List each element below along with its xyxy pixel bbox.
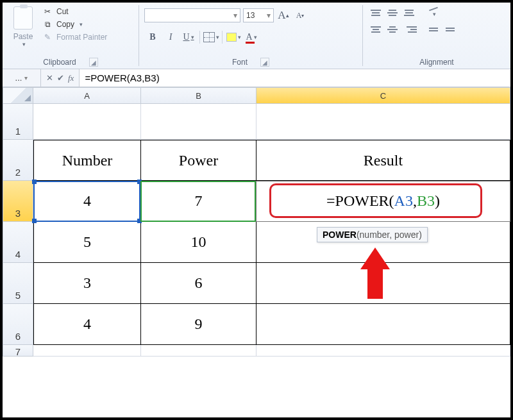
group-alignment: ▾ Alignment — [363, 3, 510, 69]
borders-icon — [203, 32, 215, 42]
cell-A4[interactable]: 5 — [33, 222, 141, 263]
formula-ref-a3: A3 — [394, 192, 413, 209]
column-header-A[interactable]: A — [33, 87, 141, 104]
shrink-font-button[interactable]: A▾ — [293, 8, 307, 22]
align-left-button[interactable] — [368, 23, 383, 36]
separator — [222, 31, 223, 44]
cell-C7[interactable] — [256, 345, 510, 357]
formula-ref-b3: B3 — [417, 192, 435, 209]
font-color-icon: A — [246, 32, 252, 42]
chevron-down-icon: ▾ — [22, 41, 26, 47]
cancel-button[interactable]: ✕ — [46, 73, 53, 83]
italic-button[interactable]: I — [162, 29, 179, 45]
tooltip-fn-name: POWER — [323, 230, 357, 240]
align-bottom-button[interactable] — [401, 6, 417, 19]
chevron-down-icon: ▾ — [24, 74, 28, 81]
cut-button[interactable]: ✂ Cut — [42, 6, 107, 17]
row-header-5[interactable]: 5 — [3, 263, 33, 304]
row-header-7[interactable]: 7 — [3, 345, 33, 357]
cell-C5[interactable] — [256, 263, 510, 304]
tooltip-fn-sig: (number, power) — [357, 230, 422, 240]
row-header-2[interactable]: 2 — [3, 140, 33, 181]
separator — [199, 31, 200, 44]
group-label-font: Font — [232, 58, 248, 67]
align-middle-button[interactable] — [385, 6, 400, 19]
row-5: 5 3 6 — [3, 263, 510, 304]
fx-button[interactable]: fx — [68, 73, 74, 83]
format-painter-button[interactable]: ✎ Format Painter — [42, 32, 107, 42]
copy-icon: ⧉ — [42, 19, 53, 29]
group-label-clipboard: Clipboard — [43, 58, 76, 67]
row-header-4[interactable]: 4 — [3, 222, 33, 263]
row-2: 2 Number Power Result — [3, 140, 510, 181]
cell-C3[interactable]: =POWER(A3,B3) — [256, 181, 510, 222]
cell-B3[interactable]: 7 — [141, 181, 256, 222]
align-center-button[interactable] — [385, 23, 400, 36]
formula-bar: ... ▾ ✕ ✔ fx =POWER(A3,B3) — [3, 69, 510, 87]
dialog-launcher-clipboard[interactable]: ◢ — [89, 58, 98, 67]
group-label-alignment: Alignment — [419, 58, 453, 67]
underline-button[interactable]: U▾ — [180, 29, 197, 45]
cell-A2[interactable]: Number — [33, 140, 141, 181]
cell-B6[interactable]: 9 — [141, 304, 256, 345]
font-color-button[interactable]: A▾ — [243, 29, 260, 45]
bold-button[interactable]: B — [144, 29, 161, 45]
align-right-button[interactable] — [401, 23, 417, 36]
cell-B4[interactable]: 10 — [141, 222, 256, 263]
row-4: 4 5 10 — [3, 222, 510, 263]
cell-B5[interactable]: 6 — [141, 263, 256, 304]
function-tooltip: POWER(number, power) — [317, 227, 428, 242]
column-headers: A B C — [3, 87, 510, 104]
borders-button[interactable]: ▾ — [203, 29, 219, 45]
row-1: 1 — [3, 104, 510, 140]
font-size-value: 13 — [246, 11, 255, 20]
paste-button[interactable]: Paste ▾ — [8, 4, 38, 47]
cell-C2[interactable]: Result — [256, 140, 510, 181]
cell-A7[interactable] — [33, 345, 141, 357]
grow-font-button[interactable]: A▴ — [276, 8, 290, 22]
paste-label: Paste — [13, 32, 33, 41]
cell-C1[interactable] — [256, 104, 510, 140]
underline-label: U — [183, 32, 189, 42]
cell-A1[interactable] — [33, 104, 141, 140]
column-header-C[interactable]: C — [256, 87, 510, 104]
increase-indent-button[interactable] — [442, 23, 458, 36]
row-6: 6 4 9 — [3, 304, 510, 345]
grow-font-icon: A — [278, 9, 285, 22]
row-header-1[interactable]: 1 — [3, 104, 33, 140]
cell-C3-formula: =POWER(A3,B3) — [326, 192, 440, 210]
ribbon: Paste ▾ ✂ Cut ⧉ Copy ▾ ✎ Format Painter — [3, 3, 510, 69]
cell-B2[interactable]: Power — [141, 140, 256, 181]
column-header-B[interactable]: B — [141, 87, 256, 104]
cell-B7[interactable] — [141, 345, 256, 357]
formula-input-value: =POWER(A3,B3) — [85, 72, 159, 83]
cell-A5[interactable]: 3 — [33, 263, 141, 304]
shrink-font-icon: A — [296, 11, 302, 21]
decrease-indent-button[interactable] — [426, 23, 441, 36]
select-all-corner[interactable] — [3, 87, 33, 104]
fill-color-button[interactable]: ▾ — [225, 29, 242, 45]
cell-A3[interactable]: 4 — [33, 181, 141, 222]
row-header-3[interactable]: 3 — [3, 181, 33, 222]
align-top-button[interactable] — [368, 6, 383, 19]
cell-B1[interactable] — [141, 104, 256, 140]
group-font: ▾ 13▾ A▴ A▾ B I U▾ ▾ ▾ — [139, 3, 362, 69]
cut-label: Cut — [56, 7, 69, 16]
font-size-combo[interactable]: 13▾ — [243, 8, 274, 22]
enter-button[interactable]: ✔ — [57, 73, 64, 83]
formula-part: =POWER( — [326, 192, 394, 209]
formula-part: ) — [435, 192, 440, 209]
row-header-6[interactable]: 6 — [3, 304, 33, 345]
group-clipboard: Paste ▾ ✂ Cut ⧉ Copy ▾ ✎ Format Painter — [3, 3, 139, 69]
row-3: 3 4 7 =POWER(A3,B3) — [3, 181, 510, 222]
font-name-combo[interactable]: ▾ — [144, 8, 240, 22]
orientation-button[interactable]: ▾ — [426, 6, 441, 19]
copy-label: Copy — [56, 20, 74, 29]
copy-button[interactable]: ⧉ Copy ▾ — [42, 19, 107, 29]
paste-icon — [13, 6, 33, 29]
dialog-launcher-font[interactable]: ◢ — [260, 58, 269, 67]
formula-input[interactable]: =POWER(A3,B3) — [80, 69, 510, 87]
name-box[interactable]: ... ▾ — [3, 69, 41, 87]
cell-A6[interactable]: 4 — [33, 304, 141, 345]
cell-C6[interactable] — [256, 304, 510, 345]
